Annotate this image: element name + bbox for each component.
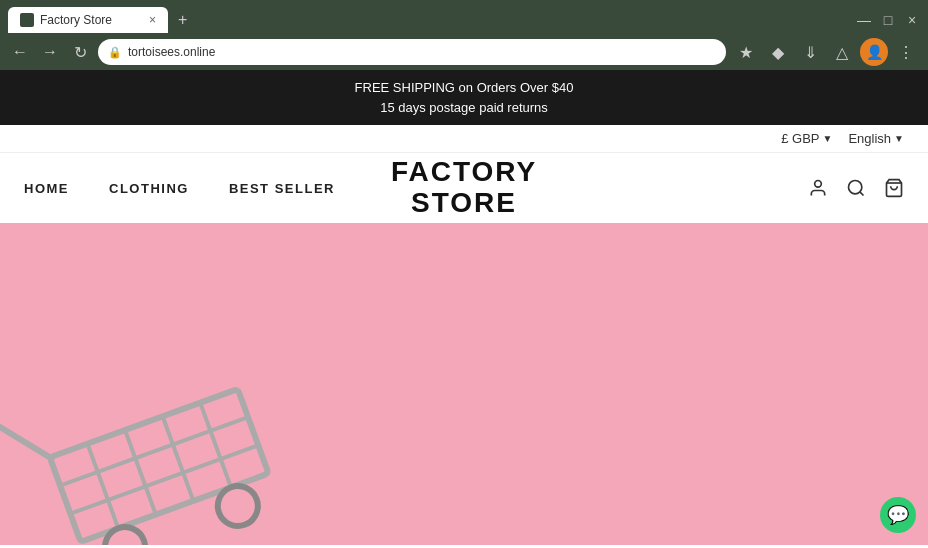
secure-icon: 🔒	[108, 46, 122, 59]
search-button[interactable]	[846, 178, 866, 198]
toolbar-icons: ★ ◆ ⇓ △ 👤 ⋮	[732, 38, 920, 66]
address-bar-row: ← → ↻ 🔒 tortoisees.online ★ ◆ ⇓ △ 👤 ⋮	[0, 34, 928, 70]
currency-label: £ GBP	[781, 131, 819, 146]
svg-point-0	[815, 181, 822, 188]
extensions-button[interactable]: ◆	[764, 38, 792, 66]
chat-icon: 💬	[887, 504, 909, 526]
currency-arrow-icon: ▼	[823, 133, 833, 144]
announcement-line2: 15 days postage paid returns	[8, 98, 920, 118]
forward-button[interactable]: →	[38, 40, 62, 64]
main-nav: HOME CLOTHING BEST SELLER FACTORY STORE	[0, 153, 928, 223]
menu-button[interactable]: ⋮	[892, 38, 920, 66]
reload-button[interactable]: ↻	[68, 40, 92, 64]
svg-line-5	[87, 444, 118, 529]
address-bar[interactable]: 🔒 tortoisees.online	[98, 39, 726, 65]
address-text: tortoisees.online	[128, 45, 716, 59]
svg-line-2	[860, 192, 864, 196]
new-tab-button[interactable]: +	[172, 9, 193, 31]
tab-bar: Factory Store × + — □ ×	[0, 0, 928, 34]
announcement-bar: FREE SHIPPING on Orders Over $40 15 days…	[0, 70, 928, 125]
logo-area: FACTORY STORE	[391, 157, 537, 219]
svg-rect-4	[50, 389, 269, 542]
back-button[interactable]: ←	[8, 40, 32, 64]
account-button[interactable]	[808, 178, 828, 198]
svg-line-8	[200, 403, 231, 488]
tab-favicon	[20, 13, 34, 27]
utility-bar: £ GBP ▼ English ▼	[0, 125, 928, 153]
nav-links: HOME CLOTHING BEST SELLER	[24, 181, 335, 196]
svg-point-1	[849, 181, 862, 194]
hero-area: 💬	[0, 223, 928, 545]
browser-chrome: Factory Store × + — □ × ← → ↻ 🔒 tortoise…	[0, 0, 928, 70]
tab-title: Factory Store	[40, 13, 112, 27]
cart-svg	[0, 265, 350, 545]
chat-bubble[interactable]: 💬	[880, 497, 916, 533]
nav-best-seller[interactable]: BEST SELLER	[229, 181, 335, 196]
cart-button[interactable]	[884, 178, 904, 198]
nav-home[interactable]: HOME	[24, 181, 69, 196]
close-button[interactable]: ×	[904, 12, 920, 28]
language-arrow-icon: ▼	[894, 133, 904, 144]
sync-button[interactable]: △	[828, 38, 856, 66]
tab-close-button[interactable]: ×	[149, 14, 156, 26]
svg-line-6	[125, 430, 156, 515]
active-tab[interactable]: Factory Store ×	[8, 7, 168, 33]
nav-clothing[interactable]: CLOTHING	[109, 181, 189, 196]
nav-icons	[808, 178, 904, 198]
currency-selector[interactable]: £ GBP ▼	[781, 131, 832, 146]
minimize-button[interactable]: —	[856, 12, 872, 28]
announcement-line1: FREE SHIPPING on Orders Over $40	[8, 78, 920, 98]
language-selector[interactable]: English ▼	[848, 131, 904, 146]
window-controls: — □ ×	[856, 12, 920, 28]
language-label: English	[848, 131, 891, 146]
svg-line-11	[0, 410, 50, 471]
logo-line1: FACTORY	[391, 157, 537, 188]
svg-point-13	[99, 521, 150, 545]
downloads-button[interactable]: ⇓	[796, 38, 824, 66]
cart-illustration	[0, 265, 350, 545]
svg-line-7	[163, 416, 194, 501]
maximize-button[interactable]: □	[880, 12, 896, 28]
logo-line2: STORE	[391, 188, 537, 219]
profile-button[interactable]: 👤	[860, 38, 888, 66]
site-wrapper: FREE SHIPPING on Orders Over $40 15 days…	[0, 70, 928, 548]
bookmark-button[interactable]: ★	[732, 38, 760, 66]
